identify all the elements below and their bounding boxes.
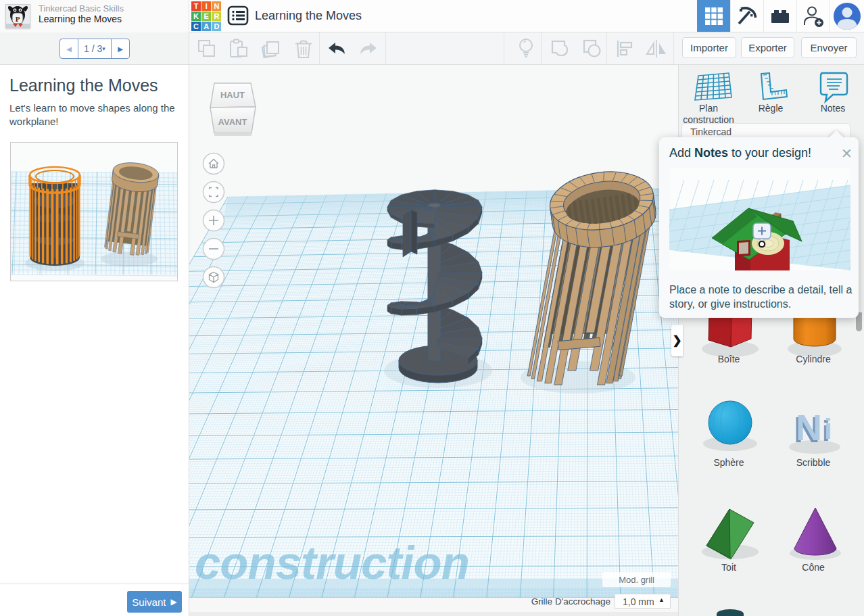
svg-text:HAUT: HAUT xyxy=(220,90,245,100)
svg-text:N: N xyxy=(796,407,822,448)
svg-text:AVANT: AVANT xyxy=(218,117,247,127)
svg-text:i: i xyxy=(824,413,832,445)
svg-text:P: P xyxy=(16,15,20,23)
